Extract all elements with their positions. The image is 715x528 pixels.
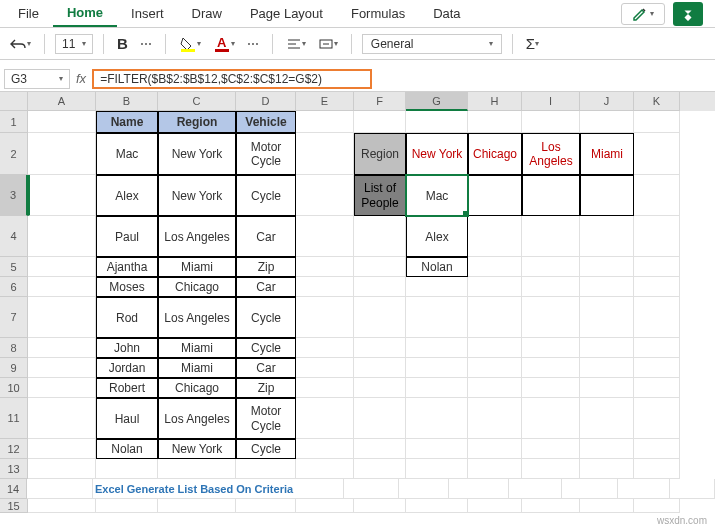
cell[interactable]	[468, 111, 522, 133]
cell[interactable]	[28, 499, 96, 513]
cell[interactable]	[468, 257, 522, 277]
cell[interactable]	[28, 398, 96, 439]
cell[interactable]	[468, 297, 522, 338]
cell[interactable]	[28, 439, 96, 459]
cell[interactable]: Cycle	[236, 297, 296, 338]
cell[interactable]: Cycle	[236, 175, 296, 216]
cell[interactable]: New York	[158, 133, 236, 175]
cell[interactable]: Chicago	[468, 133, 522, 175]
cell[interactable]	[468, 277, 522, 297]
tab-formulas[interactable]: Formulas	[337, 1, 419, 26]
cell[interactable]	[406, 338, 468, 358]
ink-button[interactable]: ▾	[621, 3, 665, 25]
row-header[interactable]: 1	[0, 111, 28, 133]
cell[interactable]: Chicago	[158, 378, 236, 398]
row-header[interactable]: 9	[0, 358, 28, 378]
cell[interactable]	[509, 479, 561, 499]
cell[interactable]	[522, 439, 580, 459]
cell[interactable]: Name	[96, 111, 158, 133]
cell[interactable]: John	[96, 338, 158, 358]
cell[interactable]: Los Angeles	[158, 398, 236, 439]
cell[interactable]: Miami	[580, 133, 634, 175]
tab-file[interactable]: File	[4, 1, 53, 26]
cell[interactable]	[28, 133, 96, 175]
cell[interactable]: Los Angeles	[158, 216, 236, 257]
cell[interactable]	[296, 338, 354, 358]
row-header[interactable]: 14	[0, 479, 27, 499]
cell[interactable]	[522, 459, 580, 479]
cell[interactable]	[580, 277, 634, 297]
cell[interactable]	[28, 277, 96, 297]
row-header[interactable]: 12	[0, 439, 28, 459]
cell[interactable]: Moses	[96, 277, 158, 297]
cell[interactable]	[28, 175, 96, 216]
font-color-button[interactable]: A▾	[210, 34, 238, 54]
cell[interactable]	[158, 499, 236, 513]
row-header[interactable]: 10	[0, 378, 28, 398]
row-header[interactable]: 15	[0, 499, 28, 513]
cell[interactable]	[580, 297, 634, 338]
cell[interactable]: Mac	[96, 133, 158, 175]
cell[interactable]	[406, 439, 468, 459]
cell[interactable]	[618, 479, 670, 499]
cell[interactable]	[562, 479, 618, 499]
cell[interactable]	[354, 257, 406, 277]
col-header[interactable]: K	[634, 92, 680, 111]
cell[interactable]	[522, 216, 580, 257]
cell[interactable]	[634, 459, 680, 479]
cell[interactable]	[406, 297, 468, 338]
cell[interactable]	[634, 338, 680, 358]
cell[interactable]	[468, 216, 522, 257]
share-button[interactable]	[673, 2, 703, 26]
col-header[interactable]: F	[354, 92, 406, 111]
cell[interactable]: Zip	[236, 257, 296, 277]
number-format-select[interactable]: General▾	[362, 34, 502, 54]
cell[interactable]	[343, 479, 399, 499]
cell[interactable]: New York	[158, 439, 236, 459]
cell[interactable]: Motor Cycle	[236, 133, 296, 175]
cell[interactable]	[580, 398, 634, 439]
cell[interactable]	[296, 257, 354, 277]
cell[interactable]	[158, 459, 236, 479]
cell[interactable]: Motor Cycle	[236, 398, 296, 439]
align-button[interactable]: ▾	[283, 35, 309, 53]
cell[interactable]	[580, 338, 634, 358]
cell[interactable]	[580, 439, 634, 459]
cell[interactable]	[28, 111, 96, 133]
cell[interactable]	[296, 133, 354, 175]
cell[interactable]	[522, 338, 580, 358]
cell[interactable]	[580, 257, 634, 277]
cell[interactable]: Car	[236, 358, 296, 378]
cell[interactable]	[354, 358, 406, 378]
cell[interactable]	[522, 499, 580, 513]
cell[interactable]	[580, 378, 634, 398]
cell[interactable]	[406, 499, 468, 513]
cell[interactable]	[634, 111, 680, 133]
cell[interactable]: Chicago	[158, 277, 236, 297]
cell[interactable]: New York	[158, 175, 236, 216]
cell[interactable]	[468, 439, 522, 459]
cell[interactable]	[28, 257, 96, 277]
cell[interactable]	[296, 398, 354, 439]
cell[interactable]	[449, 479, 509, 499]
cell[interactable]	[580, 216, 634, 257]
cell[interactable]	[406, 459, 468, 479]
cell[interactable]	[236, 459, 296, 479]
row-header[interactable]: 6	[0, 277, 28, 297]
bold-button[interactable]: B	[114, 33, 131, 54]
cell[interactable]	[28, 297, 96, 338]
cell[interactable]	[634, 358, 680, 378]
fill-color-button[interactable]: ▾	[176, 34, 204, 54]
col-header[interactable]: D	[236, 92, 296, 111]
fx-icon[interactable]: fx	[70, 71, 92, 86]
row-header[interactable]: 3	[0, 175, 28, 216]
cell[interactable]	[580, 499, 634, 513]
col-header[interactable]: C	[158, 92, 236, 111]
cell[interactable]	[354, 111, 406, 133]
cell[interactable]: Haul	[96, 398, 158, 439]
cell[interactable]	[296, 439, 354, 459]
cell[interactable]	[296, 297, 354, 338]
cell[interactable]	[634, 257, 680, 277]
row-header[interactable]: 2	[0, 133, 28, 175]
cell[interactable]: Miami	[158, 358, 236, 378]
